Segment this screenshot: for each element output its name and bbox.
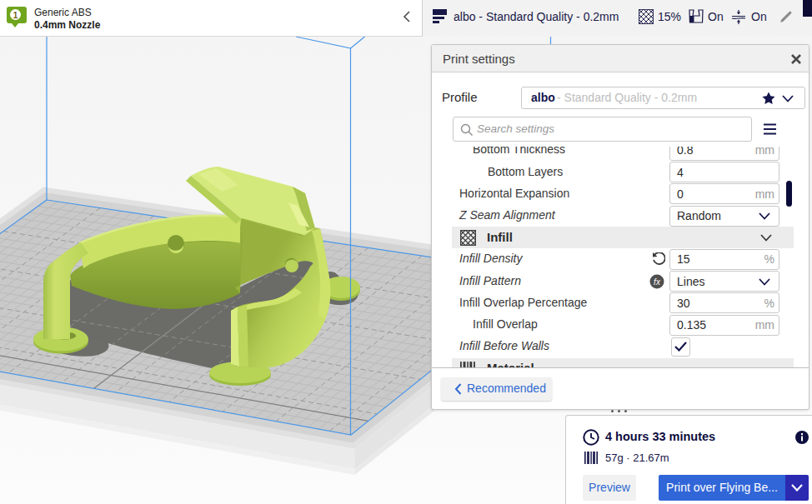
svg-text:1: 1 (13, 11, 18, 20)
svg-text:fx: fx (654, 277, 661, 286)
